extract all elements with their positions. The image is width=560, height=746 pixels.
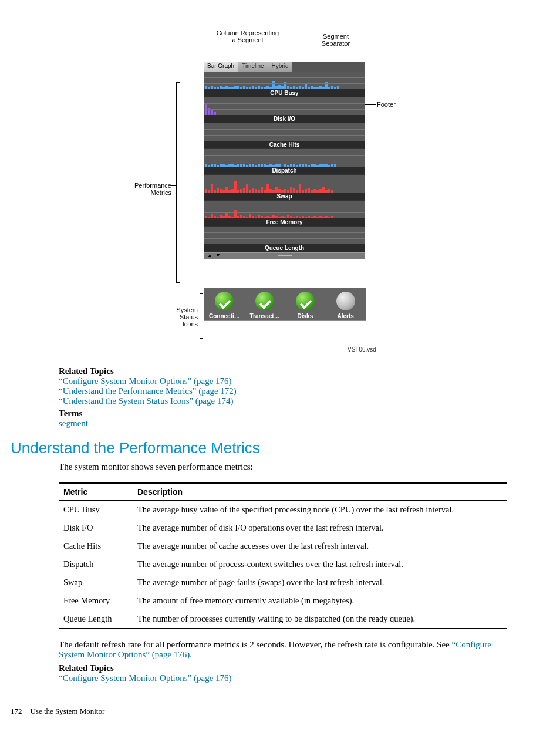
tab-timeline[interactable]: Timeline	[238, 62, 268, 72]
cell-description: The number of processes currently waitin…	[133, 610, 507, 629]
cell-metric: Free Memory	[59, 592, 133, 610]
page-number: 172	[11, 707, 22, 716]
callout-system-status: System Status Icons	[119, 306, 198, 328]
page-title: Use the System Monitor	[31, 707, 105, 716]
status-label-alerts: Alerts	[327, 313, 365, 319]
metric-footer-freemem: Free Memory	[204, 218, 365, 226]
callout-segment-separator: Segment Separator	[309, 33, 362, 47]
metric-footer-swap: Swap	[204, 193, 365, 200]
cell-description: The average number of disk I/O operation…	[133, 519, 507, 537]
status-label-connections: Connecti…	[205, 313, 243, 319]
system-monitor-diagram: Column Representing a Segment Segment Se…	[119, 29, 447, 358]
th-description: Description	[133, 483, 507, 501]
related-topics-heading-2: Related Topics	[59, 663, 507, 673]
cell-description: The average number of page faults (swaps…	[133, 573, 507, 592]
link-configure-options-2[interactable]: “Configure System Monitor Options” (page…	[59, 673, 232, 683]
link-understand-status[interactable]: “Understand the System Status Icons” (pa…	[59, 396, 233, 406]
link-configure-options[interactable]: “Configure System Monitor Options” (page…	[59, 376, 232, 386]
cell-metric: Swap	[59, 573, 133, 592]
intro-paragraph: The system monitor shows seven performan…	[59, 462, 507, 472]
callout-performance-metrics: Performance Metrics	[119, 182, 171, 196]
status-ok-icon	[255, 292, 274, 310]
cell-metric: CPU Busy	[59, 501, 133, 519]
cell-description: The average number of process-context sw…	[133, 555, 507, 573]
table-row: SwapThe average number of page faults (s…	[59, 573, 507, 592]
tab-hybrid[interactable]: Hybrid	[268, 62, 293, 72]
section-heading: Understand the Performance Metrics	[11, 439, 507, 457]
table-row: Cache HitsThe average number of cache ac…	[59, 537, 507, 555]
status-grey-icon	[336, 292, 355, 310]
monitor-panel: Bar Graph Timeline Hybrid CPU Busy Disk …	[204, 62, 365, 259]
status-ok-icon	[296, 292, 315, 310]
diagram-filename: VST06.vsd	[348, 346, 376, 353]
status-area: Connecti… Transact… Disks Alerts	[204, 288, 366, 321]
status-label-disks: Disks	[286, 313, 324, 319]
link-understand-metrics[interactable]: “Understand the Performance Metrics” (pa…	[59, 386, 237, 396]
cell-description: The average number of cache accesses ove…	[133, 537, 507, 555]
related-topics-heading: Related Topics	[59, 366, 507, 376]
metric-footer-cache: Cache Hits	[204, 141, 365, 148]
metric-footer-disk: Disk I/O	[204, 115, 365, 123]
callout-footer: Footer	[377, 101, 396, 108]
metric-footer-queue: Queue Length	[204, 244, 365, 252]
cell-metric: Disk I/O	[59, 519, 133, 537]
table-row: CPU BusyThe average busy value of the sp…	[59, 501, 507, 519]
th-metric: Metric	[59, 483, 133, 501]
term-segment[interactable]: segment	[59, 418, 88, 428]
status-ok-icon	[215, 292, 234, 310]
table-row: Queue LengthThe number of processes curr…	[59, 610, 507, 629]
cell-description: The amount of free memory currently avai…	[133, 592, 507, 610]
cell-metric: Cache Hits	[59, 537, 133, 555]
terms-heading: Terms	[59, 409, 507, 418]
cell-metric: Queue Length	[59, 610, 133, 629]
table-row: Free MemoryThe amount of free memory cur…	[59, 592, 507, 610]
metric-footer-cpu: CPU Busy	[204, 89, 365, 97]
callout-column-representing: Column Representing a Segment	[210, 29, 286, 43]
table-row: Disk I/OThe average number of disk I/O o…	[59, 519, 507, 537]
refresh-paragraph: The default refresh rate for all perform…	[59, 640, 507, 660]
cell-metric: Dispatch	[59, 555, 133, 573]
metric-footer-dispatch: Dispatch	[204, 167, 365, 174]
status-label-transactions: Transact…	[246, 313, 284, 319]
metrics-table: Metric Description CPU BusyThe average b…	[59, 482, 507, 629]
table-row: DispatchThe average number of process-co…	[59, 555, 507, 573]
page-footer: 172 Use the System Monitor	[11, 707, 507, 716]
tab-bar-graph[interactable]: Bar Graph	[204, 62, 238, 72]
cell-description: The average busy value of the specified …	[133, 501, 507, 519]
